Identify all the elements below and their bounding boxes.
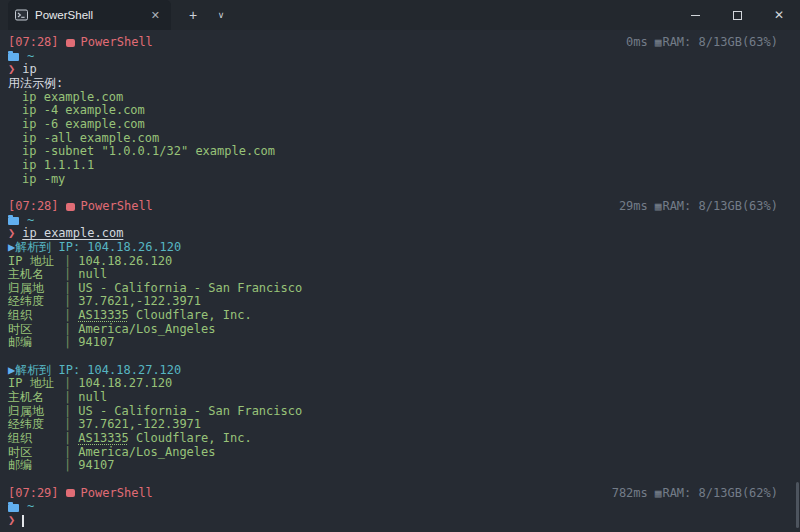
folder-icon xyxy=(8,504,19,512)
pipe-separator: | xyxy=(64,446,71,460)
pipe-separator: | xyxy=(64,268,71,282)
asn-link[interactable]: AS13335 xyxy=(78,308,129,322)
prompt-header: [07:28] PowerShell 0ms ▦ RAM: 8/13GB(63%… xyxy=(8,36,800,50)
command-line: ❯ ip example.com xyxy=(8,227,800,241)
usage-example-text: ip -6 example.com xyxy=(22,118,145,132)
info-row: IP 地址 | 104.18.26.120 xyxy=(8,255,800,269)
scrollbar-thumb[interactable] xyxy=(796,482,799,528)
info-value: 37.7621,-122.3971 xyxy=(78,418,201,432)
pipe-separator: | xyxy=(64,309,71,323)
ram-icon: ▦ xyxy=(655,200,662,214)
command-line: ❯ ip xyxy=(8,63,800,77)
result-arrow-icon: ▶ xyxy=(8,241,15,255)
chevron-down-icon: ∨ xyxy=(218,10,225,20)
prompt-time: [07:28] xyxy=(8,200,59,214)
usage-example-text: ip example.com xyxy=(22,91,123,105)
pipe-separator: | xyxy=(64,405,71,419)
command-duration: 29ms xyxy=(619,200,648,214)
info-label: 邮编 xyxy=(8,336,64,350)
tab-powershell[interactable]: PowerShell ✕ xyxy=(8,0,171,30)
info-row: 归属地 | US - California - San Francisco xyxy=(8,282,800,296)
usage-heading-text: 用法示例: xyxy=(8,77,63,91)
cwd-path: ~ xyxy=(27,50,34,64)
prompt-shell-name: PowerShell xyxy=(81,200,153,214)
asn-link[interactable]: AS13335 xyxy=(78,431,129,445)
pipe-separator: | xyxy=(64,377,71,391)
info-value: 94107 xyxy=(78,336,114,350)
prompt-shell-name: PowerShell xyxy=(81,36,153,50)
prompt-status: 782ms ▦ RAM: 8/13GB(62%) xyxy=(612,487,800,501)
info-row: 时区 | America/Los_Angeles xyxy=(8,323,800,337)
usage-example: ip -all example.com xyxy=(8,132,800,146)
info-row: 归属地 | US - California - San Francisco xyxy=(8,405,800,419)
info-value: AS13335 Cloudflare, Inc. xyxy=(78,432,251,446)
ram-usage: RAM: 8/13GB(63%) xyxy=(662,36,778,50)
tab-title: PowerShell xyxy=(35,9,148,21)
prompt-shell-name: PowerShell xyxy=(81,487,153,501)
usage-example-text: ip -subnet "1.0.0.1/32" example.com xyxy=(22,145,275,159)
usage-example-text: ip -all example.com xyxy=(22,132,159,146)
minimize-button[interactable] xyxy=(674,0,716,30)
usage-example: ip 1.1.1.1 xyxy=(8,159,800,173)
close-icon: ✕ xyxy=(774,8,784,22)
terminal-content[interactable]: [07:28] PowerShell 0ms ▦ RAM: 8/13GB(63%… xyxy=(0,30,800,532)
info-row: 主机名 | null xyxy=(8,268,800,282)
info-value: null xyxy=(78,391,107,405)
pipe-separator: | xyxy=(64,391,71,405)
info-value: 104.18.26.120 xyxy=(78,255,172,269)
info-value: null xyxy=(78,268,107,282)
command-input-line[interactable]: ❯ xyxy=(8,514,800,528)
info-label: 组织 xyxy=(8,432,64,446)
new-tab-button[interactable]: + xyxy=(178,0,208,30)
info-label: 主机名 xyxy=(8,268,64,282)
usage-example-text: ip 1.1.1.1 xyxy=(22,159,94,173)
usage-example: ip -6 example.com xyxy=(8,118,800,132)
info-label: 归属地 xyxy=(8,282,64,296)
tab-close-icon[interactable]: ✕ xyxy=(148,7,163,24)
info-value: US - California - San Francisco xyxy=(78,405,302,419)
info-label: IP 地址 xyxy=(8,377,64,391)
prompt-status: 0ms ▦ RAM: 8/13GB(63%) xyxy=(626,36,800,50)
pipe-separator: | xyxy=(64,418,71,432)
info-row: 邮编 | 94107 xyxy=(8,459,800,473)
command-duration: 0ms xyxy=(626,36,648,50)
info-label: 经纬度 xyxy=(8,295,64,309)
info-label: 邮编 xyxy=(8,459,64,473)
command-text: ip example.com xyxy=(22,227,123,241)
info-label: 组织 xyxy=(8,309,64,323)
org-name: Cloudflare, Inc. xyxy=(129,431,252,445)
info-value: US - California - San Francisco xyxy=(78,282,302,296)
maximize-button[interactable] xyxy=(716,0,758,30)
usage-heading: 用法示例: xyxy=(8,77,800,91)
usage-example: ip example.com xyxy=(8,91,800,105)
prompt-time: [07:29] xyxy=(8,487,59,501)
blank-line xyxy=(8,473,800,487)
info-value: 104.18.27.120 xyxy=(78,377,172,391)
titlebar-drag-region xyxy=(234,0,674,30)
info-row: 主机名 | null xyxy=(8,391,800,405)
info-label: 经纬度 xyxy=(8,418,64,432)
pipe-separator: | xyxy=(64,432,71,446)
result-heading: 解析到 IP: 104.18.26.120 xyxy=(15,241,181,255)
blank-line xyxy=(8,350,800,364)
info-label: IP 地址 xyxy=(8,255,64,269)
command-text: ip xyxy=(22,63,36,77)
prompt-header: [07:28] PowerShell 29ms ▦ RAM: 8/13GB(63… xyxy=(8,200,800,214)
info-label: 归属地 xyxy=(8,405,64,419)
info-row: 组织 | AS13335 Cloudflare, Inc. xyxy=(8,309,800,323)
close-button[interactable]: ✕ xyxy=(758,0,800,30)
pipe-separator: | xyxy=(64,323,71,337)
prompt-chevron-icon: ❯ xyxy=(8,514,15,528)
info-value: America/Los_Angeles xyxy=(78,446,215,460)
prompt-time: [07:28] xyxy=(8,36,59,50)
titlebar: PowerShell ✕ + ∨ ✕ xyxy=(0,0,800,30)
tab-dropdown-button[interactable]: ∨ xyxy=(208,0,234,30)
prompt-status: 29ms ▦ RAM: 8/13GB(63%) xyxy=(619,200,800,214)
prompt-header: [07:29] PowerShell 782ms ▦ RAM: 8/13GB(6… xyxy=(8,487,800,501)
cwd-path: ~ xyxy=(27,500,34,514)
result-heading-line: ▶ 解析到 IP: 104.18.26.120 xyxy=(8,241,800,255)
powershell-badge-icon xyxy=(66,39,75,47)
ram-usage: RAM: 8/13GB(62%) xyxy=(662,487,778,501)
info-row: 邮编 | 94107 xyxy=(8,336,800,350)
info-label: 时区 xyxy=(8,446,64,460)
